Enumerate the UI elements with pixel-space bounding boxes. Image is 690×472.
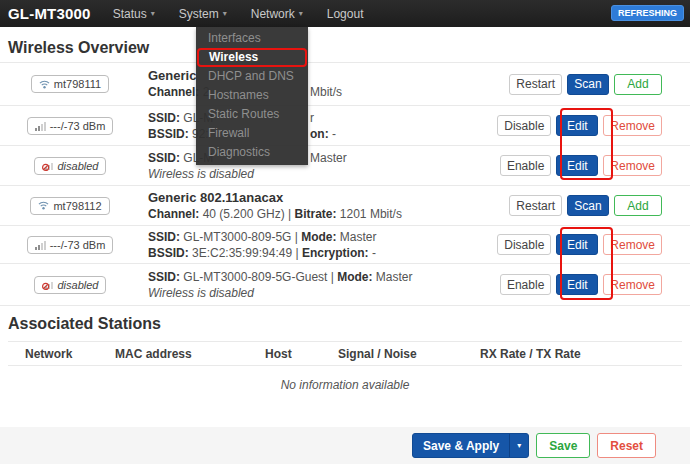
disabled-badge: disabled — [34, 157, 107, 175]
disabled-badge: disabled — [34, 276, 107, 294]
bssid-line: BSSID: 3E:C2:35:99:94:49 | Encryption: - — [148, 245, 497, 261]
network-row-5g-guest: disabled SSID: GL-MT3000-809-5G-Guest | … — [0, 264, 690, 306]
wireless-disabled-note: Wireless is disabled — [148, 285, 500, 301]
section-title-associated-stations: Associated Stations — [8, 315, 161, 333]
disabled-icon — [42, 160, 54, 171]
save-apply-button[interactable]: Save & Apply ▾ — [412, 433, 529, 458]
disable-button[interactable]: Disable — [497, 234, 551, 255]
save-button[interactable]: Save — [536, 433, 590, 458]
empty-table-message: No information available — [0, 378, 690, 392]
enable-button[interactable]: Enable — [500, 155, 551, 176]
field-label: BSSID: — [148, 246, 189, 260]
field-label: Mode: — [337, 270, 372, 284]
remove-button[interactable]: Remove — [603, 274, 662, 295]
menu-item-diagnostics[interactable]: Diagnostics — [196, 143, 308, 162]
reset-button[interactable]: Reset — [597, 433, 656, 458]
signal-badge: ---/-73 dBm — [27, 236, 114, 254]
network-row-5g: ---/-73 dBm SSID: GL-MT3000-809-5G | Mod… — [0, 226, 690, 264]
footer-action-bar: Save & Apply ▾ Save Reset — [0, 427, 690, 464]
brand-logo: GL-MT3000 — [8, 5, 91, 22]
wireless-disabled-note: Wireless is disabled — [148, 166, 500, 182]
top-navbar: GL-MT3000 Status ▾ System ▾ Network ▾ Lo… — [0, 0, 690, 27]
scan-button[interactable]: Scan — [567, 195, 609, 216]
badge-label: disabled — [58, 279, 99, 291]
badge-label: disabled — [58, 160, 99, 172]
device-info-line: Channel: 40 (5.200 GHz) | Bitrate: 1201 … — [148, 206, 509, 222]
field-label: SSID: — [148, 151, 180, 165]
edit-button[interactable]: Edit — [556, 115, 598, 136]
field-value: GL-MT3000-809-5G | — [180, 230, 301, 244]
add-button[interactable]: Add — [614, 195, 662, 216]
signal-icon — [35, 121, 46, 131]
col-rx-tx-rate: RX Rate / TX Rate — [480, 347, 581, 361]
field-value: 1201 Mbit/s — [337, 207, 402, 221]
network-row-2g: ---/-73 dBm SSID: GL-Mr BSSID: 92:on: - … — [0, 106, 690, 146]
wifi-icon — [38, 200, 49, 211]
menu-item-wireless[interactable]: Wireless — [197, 48, 307, 67]
remove-button[interactable]: Remove — [603, 155, 662, 176]
edit-button[interactable]: Edit — [556, 155, 598, 176]
menu-item-firewall[interactable]: Firewall — [196, 124, 308, 143]
field-label: BSSID: — [148, 127, 189, 141]
refreshing-status-badge[interactable]: REFRESHING — [611, 5, 684, 21]
network-row-2g-guest: disabled SSID: GL-MMaster Wireless is di… — [0, 146, 690, 186]
wireless-overview-page: GL-MT3000 Status ▾ System ▾ Network ▾ Lo… — [0, 0, 690, 472]
menu-item-dhcp-dns[interactable]: DHCP and DNS — [196, 67, 308, 86]
radio-row-mt798111: mt798111 Generic Channel: 2Mbit/s Restar… — [0, 63, 690, 106]
network-dropdown-menu: Interfaces Wireless DHCP and DNS Hostnam… — [196, 27, 308, 165]
nav-system[interactable]: System ▾ — [179, 7, 227, 21]
restart-button[interactable]: Restart — [509, 74, 562, 95]
field-value: 3E:C2:35:99:94:49 | — [189, 246, 302, 260]
badge-label: mt798112 — [53, 200, 101, 212]
menu-item-static-routes[interactable]: Static Routes — [196, 105, 308, 124]
disable-button[interactable]: Disable — [497, 115, 551, 136]
main-nav: Status ▾ System ▾ Network ▾ Logout — [113, 7, 364, 21]
edit-button[interactable]: Edit — [556, 274, 598, 295]
field-label: Bitrate: — [295, 207, 337, 221]
chevron-down-icon: ▾ — [223, 9, 227, 18]
field-label: Channel: — [148, 207, 199, 221]
remove-button[interactable]: Remove — [603, 115, 662, 136]
field-value: Master — [337, 230, 377, 244]
chevron-down-icon: ▾ — [299, 9, 303, 18]
field-value: GL-MT3000-809-5G-Guest | — [180, 270, 337, 284]
restart-button[interactable]: Restart — [509, 195, 562, 216]
wifi-icon — [39, 79, 50, 90]
remove-button[interactable]: Remove — [603, 234, 662, 255]
menu-item-hostnames[interactable]: Hostnames — [196, 86, 308, 105]
device-badge: mt798112 — [30, 197, 109, 215]
col-host: Host — [265, 347, 292, 361]
nav-network[interactable]: Network ▾ — [251, 7, 303, 21]
badge-label: ---/-73 dBm — [50, 239, 106, 251]
ssid-line: SSID: GL-MT3000-809-5G | Mode: Master — [148, 229, 497, 245]
enable-button[interactable]: Enable — [500, 274, 551, 295]
field-label: SSID: — [148, 270, 180, 284]
signal-badge: ---/-73 dBm — [27, 117, 114, 135]
field-label: SSID: — [148, 230, 180, 244]
chevron-down-icon: ▾ — [151, 9, 155, 18]
add-button[interactable]: Add — [614, 74, 662, 95]
field-label: Channel: — [148, 85, 199, 99]
scan-button[interactable]: Scan — [567, 74, 609, 95]
field-label: Mode: — [301, 230, 336, 244]
radio-row-mt798112: mt798112 Generic 802.11anacax Channel: 4… — [0, 186, 690, 226]
text-fragment-right: Mbit/s — [310, 84, 342, 100]
edit-button[interactable]: Edit — [556, 234, 598, 255]
nav-logout[interactable]: Logout — [327, 7, 364, 21]
col-network: Network — [25, 347, 72, 361]
wireless-table: mt798111 Generic Channel: 2Mbit/s Restar… — [0, 62, 690, 306]
signal-icon — [35, 240, 46, 250]
menu-item-interfaces[interactable]: Interfaces — [196, 29, 308, 48]
nav-status[interactable]: Status ▾ — [113, 7, 155, 21]
text-fragment-right: on: - — [310, 126, 336, 142]
stations-table-header: Network MAC address Host Signal / Noise … — [8, 341, 682, 366]
field-label: SSID: — [148, 111, 180, 125]
chevron-down-icon[interactable]: ▾ — [509, 434, 528, 457]
text-fragment-right: Master — [310, 150, 347, 166]
device-title: Generic 802.11anacax — [148, 190, 509, 206]
device-badge: mt798111 — [31, 75, 109, 93]
col-mac-address: MAC address — [115, 347, 192, 361]
field-value: - — [369, 246, 376, 260]
page-title: Wireless Overview — [8, 39, 149, 57]
text-fragment-right: r — [310, 110, 314, 126]
